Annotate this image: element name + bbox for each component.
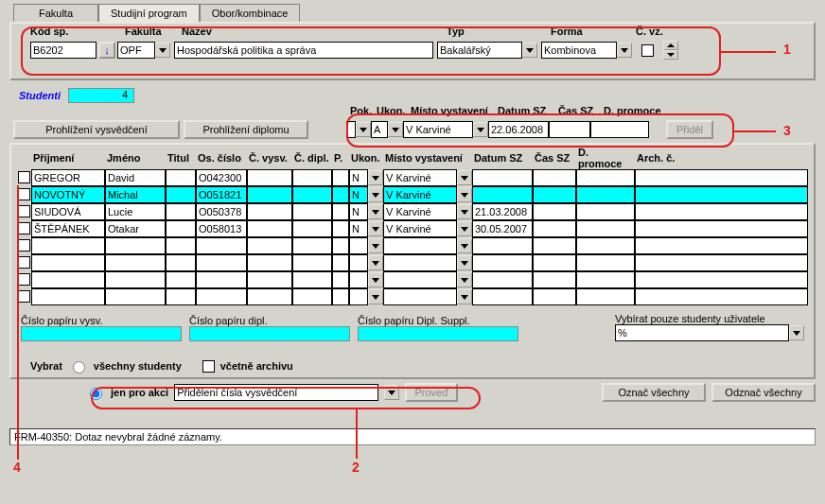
fakulta-select[interactable]: OPF bbox=[117, 42, 155, 59]
cell[interactable]: O051821 bbox=[196, 186, 247, 203]
row-checkbox[interactable] bbox=[18, 273, 30, 286]
filter-promoce-input[interactable] bbox=[590, 121, 649, 138]
cell[interactable] bbox=[166, 254, 196, 271]
table-row[interactable]: ŠTĚPÁNEKOtakarO058013NV Karviné30.05.200… bbox=[17, 220, 808, 237]
cell[interactable] bbox=[472, 237, 533, 254]
cell[interactable] bbox=[105, 271, 166, 288]
radio-jen-pro-akci[interactable] bbox=[90, 388, 102, 400]
cell[interactable] bbox=[472, 271, 533, 288]
cell[interactable] bbox=[533, 186, 576, 203]
kod-lookup-button[interactable]: ↓ bbox=[98, 42, 115, 59]
cell-ukon[interactable]: N bbox=[349, 220, 368, 237]
proved-button[interactable]: Proveď bbox=[405, 383, 458, 402]
chevron-down-icon[interactable] bbox=[368, 238, 383, 253]
chevron-down-icon[interactable] bbox=[457, 221, 472, 236]
table-row[interactable]: SIUDOVÁLucieO050378NV Karviné21.03.2008 bbox=[17, 203, 808, 220]
chevron-down-icon[interactable] bbox=[368, 289, 383, 304]
cell[interactable]: 30.05.2007 bbox=[472, 220, 533, 237]
spinner-down[interactable] bbox=[663, 50, 678, 60]
cell[interactable] bbox=[31, 271, 105, 288]
chevron-down-icon[interactable] bbox=[789, 325, 804, 340]
cell-misto[interactable] bbox=[383, 254, 457, 271]
cell[interactable] bbox=[576, 237, 635, 254]
cell[interactable] bbox=[635, 254, 808, 271]
cell[interactable] bbox=[533, 220, 576, 237]
cell[interactable] bbox=[166, 169, 196, 186]
cell[interactable]: GREGOR bbox=[31, 169, 105, 186]
cell[interactable] bbox=[576, 288, 635, 305]
cell[interactable] bbox=[576, 271, 635, 288]
cell[interactable] bbox=[332, 220, 349, 237]
cell[interactable] bbox=[472, 186, 533, 203]
row-checkbox[interactable] bbox=[18, 188, 30, 200]
cell[interactable] bbox=[105, 254, 166, 271]
chevron-down-icon[interactable] bbox=[368, 255, 383, 270]
chevron-down-icon[interactable] bbox=[473, 122, 488, 137]
chevron-down-icon[interactable] bbox=[522, 43, 537, 58]
cell[interactable] bbox=[247, 271, 292, 288]
cell-misto[interactable] bbox=[383, 288, 457, 305]
cell[interactable]: O042300 bbox=[196, 169, 247, 186]
table-row[interactable]: GREGORDavidO042300NV Karviné bbox=[17, 169, 808, 186]
cell[interactable]: O058013 bbox=[196, 220, 247, 237]
cell[interactable] bbox=[533, 169, 576, 186]
tab-fakulta[interactable]: Fakulta bbox=[13, 4, 98, 22]
tab-program[interactable]: Studijní program bbox=[98, 4, 200, 22]
filter-misto-select[interactable]: V Karviné bbox=[403, 121, 473, 138]
cell[interactable] bbox=[533, 237, 576, 254]
cell[interactable] bbox=[472, 169, 533, 186]
cell[interactable] bbox=[196, 288, 247, 305]
cell[interactable] bbox=[576, 203, 635, 220]
cell[interactable]: O050378 bbox=[196, 203, 247, 220]
row-checkbox[interactable] bbox=[18, 239, 30, 252]
table-row[interactable]: NOVOTNÝMichalO051821NV Karviné bbox=[17, 186, 808, 203]
cell[interactable] bbox=[332, 237, 349, 254]
tab-obor[interactable]: Obor/kombinace bbox=[200, 4, 301, 22]
paper-dipl-input[interactable] bbox=[189, 326, 350, 341]
cell[interactable] bbox=[247, 237, 292, 254]
cell-misto[interactable] bbox=[383, 271, 457, 288]
table-row[interactable] bbox=[17, 271, 808, 288]
cell[interactable] bbox=[105, 288, 166, 305]
chevron-down-icon[interactable] bbox=[368, 170, 383, 185]
chevron-down-icon[interactable] bbox=[368, 204, 383, 219]
chevron-down-icon[interactable] bbox=[368, 272, 383, 287]
cell[interactable] bbox=[332, 203, 349, 220]
akce-select[interactable]: Přidělení čísla vysvědčení bbox=[174, 384, 378, 401]
cell[interactable] bbox=[533, 254, 576, 271]
row-checkbox[interactable] bbox=[18, 222, 30, 235]
pridel-button[interactable]: Přiděl bbox=[666, 120, 713, 139]
chevron-down-icon[interactable] bbox=[457, 238, 472, 253]
chevron-down-icon[interactable] bbox=[388, 122, 403, 137]
chevron-down-icon[interactable] bbox=[457, 170, 472, 185]
cell[interactable] bbox=[292, 203, 332, 220]
chevron-down-icon[interactable] bbox=[457, 255, 472, 270]
oznac-vsechny-button[interactable]: Označ všechny bbox=[602, 383, 706, 402]
prohlizeni-diplomu-button[interactable]: Prohlížení diplomu bbox=[184, 120, 308, 139]
cell[interactable] bbox=[576, 254, 635, 271]
cell[interactable] bbox=[292, 169, 332, 186]
cell-ukon[interactable]: N bbox=[349, 186, 368, 203]
cell[interactable] bbox=[635, 186, 808, 203]
chevron-down-icon[interactable] bbox=[457, 204, 472, 219]
cell[interactable] bbox=[247, 203, 292, 220]
cell[interactable] bbox=[635, 169, 808, 186]
table-row[interactable] bbox=[17, 254, 808, 271]
odznac-vsechny-button[interactable]: Odznač všechny bbox=[711, 383, 816, 402]
cell[interactable] bbox=[635, 237, 808, 254]
cell[interactable] bbox=[635, 203, 808, 220]
paper-vysv-input[interactable] bbox=[21, 326, 182, 341]
row-checkbox[interactable] bbox=[18, 290, 30, 303]
cell-ukon[interactable] bbox=[349, 254, 368, 271]
cell-ukon[interactable] bbox=[349, 237, 368, 254]
typ-select[interactable]: Bakalářský bbox=[437, 42, 522, 59]
cell[interactable] bbox=[31, 254, 105, 271]
archive-checkbox[interactable] bbox=[202, 360, 215, 373]
cell[interactable] bbox=[166, 271, 196, 288]
cell-ukon[interactable] bbox=[349, 271, 368, 288]
cell[interactable] bbox=[247, 186, 292, 203]
table-row[interactable] bbox=[17, 288, 808, 305]
cell[interactable] bbox=[247, 288, 292, 305]
chevron-down-icon[interactable] bbox=[368, 187, 383, 202]
cell[interactable] bbox=[292, 288, 332, 305]
